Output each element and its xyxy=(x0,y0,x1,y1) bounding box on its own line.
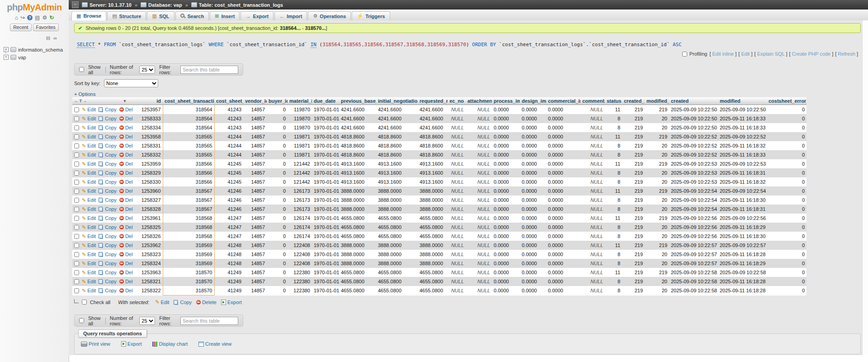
col-header-material_id[interactable]: material_id xyxy=(288,97,312,105)
col-header-comments[interactable]: comments xyxy=(580,97,605,105)
selected-edit-link[interactable]: ✎Edit xyxy=(155,299,169,305)
row-checkbox[interactable] xyxy=(74,125,79,130)
row-delete-link[interactable]: Delete xyxy=(119,179,133,185)
row-edit-link[interactable]: ✎Edit xyxy=(82,243,96,248)
row-checkbox[interactable] xyxy=(74,171,79,176)
expand-icon[interactable]: + xyxy=(4,47,9,52)
column-move-arrows[interactable]: ← T → xyxy=(74,99,87,103)
row-copy-link[interactable]: Copy xyxy=(99,107,117,112)
row-checkbox[interactable] xyxy=(74,225,79,230)
op-create-view-link[interactable]: Create view xyxy=(198,341,231,347)
row-delete-link[interactable]: Delete xyxy=(119,107,133,112)
sidebar-item-information-schema[interactable]: +information_schema xyxy=(4,46,69,53)
rows-per-page-select[interactable]: 25 xyxy=(139,66,155,74)
options-toggle[interactable]: + Options xyxy=(74,91,95,97)
row-copy-link[interactable]: Copy xyxy=(99,270,117,275)
selected-export-link[interactable]: Export xyxy=(221,300,242,305)
logout-icon[interactable]: ↪ xyxy=(20,14,25,21)
tab-import[interactable]: ←Import xyxy=(274,11,307,20)
row-copy-link[interactable]: Copy xyxy=(99,243,117,248)
breadcrumb-database[interactable]: Database: vap xyxy=(141,2,182,8)
row-copy-link[interactable]: Copy xyxy=(99,125,117,130)
row-copy-link[interactable]: Copy xyxy=(99,233,117,239)
row-edit-link[interactable]: ✎Edit xyxy=(82,134,96,140)
col-header-previous_base_rate[interactable]: previous_base_rate xyxy=(339,97,376,105)
row-checkbox[interactable] xyxy=(74,207,79,212)
row-delete-link[interactable]: Delete xyxy=(119,116,133,121)
row-edit-link[interactable]: ✎Edit xyxy=(82,116,96,122)
tab-sql[interactable]: ▥SQL xyxy=(147,11,174,20)
col-header-initial_negotiation_rate[interactable]: initial_negotiation_rate xyxy=(376,97,418,105)
home-icon[interactable]: ⌂ xyxy=(15,14,18,21)
col-header-cost_sheet_transaction_id[interactable]: cost_sheet_transaction_id▲ 1 xyxy=(163,97,214,105)
row-checkbox[interactable] xyxy=(74,234,79,239)
row-copy-link[interactable]: Copy xyxy=(99,188,117,194)
row-delete-link[interactable]: Delete xyxy=(119,252,133,257)
query-link-edit-inline[interactable]: Edit inline xyxy=(712,51,734,57)
row-edit-link[interactable]: ✎Edit xyxy=(82,197,96,203)
tab-browse[interactable]: ▦Browse xyxy=(71,11,106,20)
tab-triggers[interactable]: ⚡Triggers xyxy=(352,11,390,20)
col-header-design_impact[interactable]: design_impact xyxy=(520,97,546,105)
col-header-attachment[interactable]: attachment xyxy=(466,97,492,105)
row-checkbox[interactable] xyxy=(74,116,79,121)
row-delete-link[interactable]: Delete xyxy=(119,134,133,139)
row-delete-link[interactable]: Delete xyxy=(119,224,133,230)
row-checkbox[interactable] xyxy=(74,216,79,221)
row-checkbox[interactable] xyxy=(74,243,79,248)
row-checkbox[interactable] xyxy=(74,198,79,203)
profiling-checkbox[interactable] xyxy=(682,52,687,57)
row-edit-link[interactable]: ✎Edit xyxy=(82,215,96,221)
op-export-link[interactable]: Export xyxy=(121,341,142,347)
row-copy-link[interactable]: Copy xyxy=(99,252,117,257)
query-link-edit[interactable]: Edit xyxy=(741,51,750,57)
row-edit-link[interactable]: ✎Edit xyxy=(82,252,96,257)
row-edit-link[interactable]: ✎Edit xyxy=(82,288,96,294)
row-delete-link[interactable]: Delete xyxy=(119,270,133,275)
settings-icon[interactable]: ⚙ xyxy=(42,14,47,21)
col-header-modified[interactable]: modified xyxy=(718,97,767,105)
row-copy-link[interactable]: Copy xyxy=(99,215,117,221)
row-edit-link[interactable]: ✎Edit xyxy=(82,152,96,158)
row-checkbox[interactable] xyxy=(74,252,79,257)
row-checkbox[interactable] xyxy=(74,288,79,293)
row-checkbox[interactable] xyxy=(74,180,79,185)
row-checkbox[interactable] xyxy=(74,143,79,148)
row-delete-link[interactable]: Delete xyxy=(119,197,133,203)
actions-caret-icon[interactable]: ▼ xyxy=(123,99,127,103)
reload-icon[interactable]: ↻ xyxy=(49,14,54,21)
sidebar-tab-recent[interactable]: Recent xyxy=(10,24,31,31)
row-copy-link[interactable]: Copy xyxy=(99,161,117,167)
selected-copy-link[interactable]: Copy xyxy=(174,300,192,305)
row-edit-link[interactable]: ✎Edit xyxy=(82,125,96,131)
row-copy-link[interactable]: Copy xyxy=(99,170,117,176)
sidebar-item-vap[interactable]: +vap xyxy=(4,53,69,61)
row-checkbox[interactable] xyxy=(74,261,79,266)
sort-key-select[interactable]: None xyxy=(104,79,158,87)
col-header-costsheet_error_status[interactable]: costsheet_error_status xyxy=(767,97,807,105)
tab-operations[interactable]: ⚙Operations xyxy=(308,11,351,20)
row-delete-link[interactable]: Delete xyxy=(119,152,133,157)
col-header-created[interactable]: created xyxy=(669,97,718,105)
col-header-status[interactable]: status xyxy=(605,97,622,105)
row-edit-link[interactable]: ✎Edit xyxy=(82,270,96,276)
col-header-id[interactable]: id xyxy=(133,97,163,105)
collapse-navigation-button[interactable]: − xyxy=(72,1,79,8)
row-edit-link[interactable]: ✎Edit xyxy=(82,170,96,176)
col-header-due_date[interactable]: due_date xyxy=(312,97,339,105)
filter-rows-input[interactable] xyxy=(180,317,238,325)
breadcrumb-server[interactable]: Server: 10.1.37.10 xyxy=(82,2,132,8)
row-edit-link[interactable]: ✎Edit xyxy=(82,206,96,212)
rows-per-page-select[interactable]: 25 xyxy=(139,317,155,325)
vertical-scrollbar[interactable] xyxy=(862,20,868,355)
row-delete-link[interactable]: Delete xyxy=(119,206,133,212)
row-copy-link[interactable]: Copy xyxy=(99,179,117,185)
tab-search[interactable]: Search xyxy=(175,11,209,20)
row-edit-link[interactable]: ✎Edit xyxy=(82,188,96,194)
show-all-checkbox[interactable] xyxy=(79,318,84,323)
col-header-created_by[interactable]: created_by xyxy=(622,97,645,105)
col-header-buyer_id[interactable]: buyer_id xyxy=(267,97,288,105)
query-link-refresh[interactable]: Refresh xyxy=(838,51,855,57)
col-header-cost_sheet_id[interactable]: cost_sheet_id xyxy=(214,97,243,105)
row-copy-link[interactable]: Copy xyxy=(99,116,117,121)
